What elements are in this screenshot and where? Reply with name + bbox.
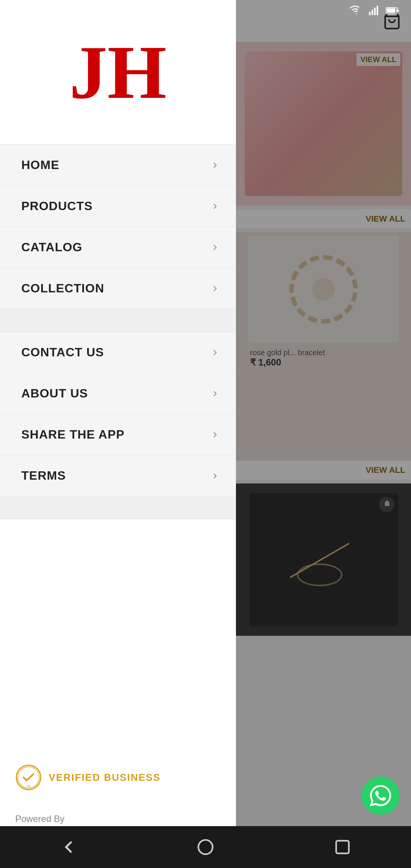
svg-rect-6 [397,10,399,12]
chevron-right-icon [209,201,221,212]
menu-item-catalog[interactable]: CATALOG [0,227,236,268]
chevron-right-icon [209,283,221,294]
chevron-right-icon [209,470,221,482]
status-icons [236,0,411,23]
menu-item-contact-us[interactable]: CONTACT US [0,332,236,373]
svg-rect-2 [374,8,376,15]
svg-rect-12 [336,841,349,853]
svg-rect-3 [377,6,378,15]
verified-icon: ∞ [15,764,42,791]
svg-text:∞: ∞ [27,783,30,789]
wifi-icon [350,5,362,18]
chevron-right-icon [209,242,221,253]
svg-point-11 [198,840,213,854]
back-button[interactable] [53,832,84,862]
verified-badge: ∞ VERIFIED BUSINESS [15,764,221,791]
chevron-right-icon [209,160,221,171]
whatsapp-fab[interactable] [362,777,400,815]
chevron-right-icon [209,429,221,440]
menu-item-collection[interactable]: COLLECTION [0,268,236,309]
menu-item-home[interactable]: HOME [0,145,236,186]
chevron-right-icon [209,347,221,358]
menu-separator [0,309,236,332]
battery-icon [386,5,400,18]
svg-rect-0 [369,12,371,15]
chevron-right-icon [209,388,221,399]
menu-item-terms[interactable]: TERMS [0,455,236,496]
signal-icon [368,5,380,18]
verified-text: VERIFIED BUSINESS [49,772,161,783]
side-drawer: JH HOME PRODUCTS CATALOG COLLECTION [0,0,236,868]
menu-item-about-us[interactable]: ABOUT US [0,373,236,414]
svg-rect-5 [387,8,395,13]
logo-area: JH [0,0,236,145]
brand-logo: JH [69,34,167,110]
powered-by-label: Powered By [15,814,221,824]
recents-button[interactable] [327,832,358,862]
menu-list: HOME PRODUCTS CATALOG COLLECTION [0,145,236,745]
menu-item-share-app[interactable]: SHARE THE APP [0,414,236,455]
menu-item-products[interactable]: PRODUCTS [0,186,236,227]
bottom-nav [0,826,411,868]
menu-separator-bottom [0,496,236,519]
home-button[interactable] [190,832,221,862]
svg-rect-1 [371,10,373,15]
